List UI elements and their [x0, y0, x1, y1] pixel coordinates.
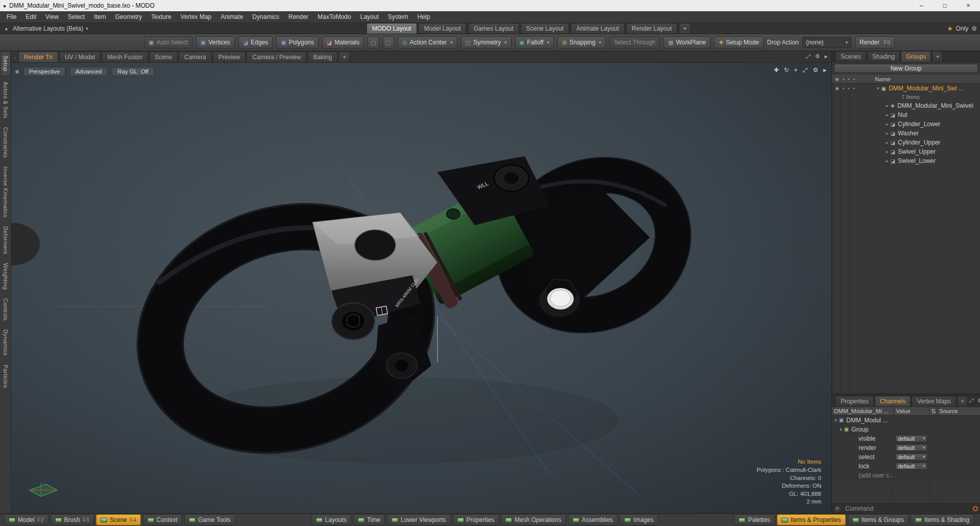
menu-edit[interactable]: Edit: [21, 12, 41, 22]
sidetab-weighting[interactable]: Weighting: [3, 263, 9, 290]
select-value-dropdown[interactable]: default ▾: [895, 453, 927, 461]
expand-panel-icon[interactable]: ⤢: [806, 53, 811, 60]
add-user-channel-label[interactable]: (add user c...: [859, 472, 893, 479]
properties-button[interactable]: Properties: [453, 514, 499, 525]
model-layout-button[interactable]: Model F2: [4, 514, 48, 525]
menu-dynamics[interactable]: Dynamics: [248, 12, 284, 22]
lock-column-icon[interactable]: ▪: [848, 77, 849, 82]
menu-file[interactable]: File: [2, 12, 21, 22]
channel-row-root[interactable]: ▾ ▣ DMM_Modul ...: [832, 416, 980, 425]
item-label[interactable]: DMM_Modular_Mini_Swivel: [897, 102, 973, 109]
tree-row-group-root[interactable]: ◉ ▪ ▪ ▪ ▾ ▣ DMM_Modular_Mini_Swi ...: [832, 84, 980, 93]
gear-icon[interactable]: ⚙: [971, 25, 977, 32]
tree-row-item[interactable]: ▸ ◪ Swivel_Lower: [832, 156, 980, 165]
filter-column-icon[interactable]: ▪: [853, 77, 854, 82]
tree-row-item[interactable]: ▸ ◪ Cylinder_Lower: [832, 119, 980, 129]
tab-groups[interactable]: Groups: [901, 51, 931, 62]
lower-viewports-button[interactable]: Lower Viewports: [387, 514, 451, 525]
only-toggle-label[interactable]: Only: [956, 25, 969, 32]
brush-layout-button[interactable]: Brush F3: [51, 514, 94, 525]
close-button[interactable]: ×: [957, 0, 980, 11]
polygons-mode-button[interactable]: ▣ Polygons: [276, 36, 318, 49]
viewport-flyout-icon[interactable]: ▸: [823, 66, 826, 74]
expand-panel-icon[interactable]: ⤢: [969, 397, 973, 404]
menu-view[interactable]: View: [41, 12, 63, 22]
tab-channels[interactable]: Channels: [875, 396, 911, 407]
channel-row-add-user[interactable]: (add user c...: [832, 471, 980, 480]
expand-arrow-icon[interactable]: ▸: [886, 131, 889, 136]
falloff-button[interactable]: ◉ Falloff ▾: [515, 36, 554, 49]
vptab-mesh-fusion[interactable]: Mesh Fusion: [102, 52, 148, 62]
item-label[interactable]: Cylinder_Upper: [898, 139, 940, 146]
menu-texture[interactable]: Texture: [146, 12, 176, 22]
assemblies-button[interactable]: Assemblies: [568, 514, 618, 525]
items-properties-button[interactable]: Items & Properties: [777, 514, 846, 525]
visibility-column-icon[interactable]: ◉: [835, 77, 839, 82]
sidetab-particles[interactable]: Particles: [3, 365, 9, 388]
visible-value-dropdown[interactable]: default ▾: [895, 435, 927, 442]
expand-arrow-icon[interactable]: ▸: [886, 158, 889, 163]
action-center-button[interactable]: ◎ Action Center ▾: [398, 36, 457, 49]
context-layout-button[interactable]: Context: [143, 514, 182, 525]
item-label[interactable]: Cylinder_Lower: [898, 121, 940, 128]
tab-shading[interactable]: Shading: [867, 51, 900, 62]
item-label[interactable]: Swivel_Upper: [898, 148, 936, 155]
play-icon[interactable]: ▸: [824, 53, 827, 60]
workplane-button[interactable]: ▦ WorkPlane: [664, 36, 710, 49]
select-through-button[interactable]: Select Through: [609, 36, 660, 49]
add-viewport-tab-button[interactable]: +: [338, 52, 350, 62]
scene-layout-button[interactable]: Scene F4: [96, 514, 141, 525]
star-icon[interactable]: ★: [947, 25, 953, 32]
maximize-viewport-icon[interactable]: ⤢: [803, 66, 808, 74]
maximize-button[interactable]: □: [933, 0, 957, 11]
sidetab-inverse-kinematics[interactable]: Inverse Kinematics: [3, 166, 9, 218]
menu-render[interactable]: Render: [284, 12, 313, 22]
gear-icon[interactable]: ⚙: [977, 397, 980, 404]
group-root-label[interactable]: DMM_Modular_Mini_Swi ...: [889, 85, 964, 92]
tab-animate-layout[interactable]: Animate Layout: [571, 23, 624, 34]
time-button[interactable]: Time: [353, 514, 385, 525]
edges-mode-button[interactable]: ◪ Edges: [238, 36, 273, 49]
new-group-button[interactable]: New Group: [834, 64, 978, 73]
orbit-icon[interactable]: ↻: [784, 66, 789, 74]
menu-help[interactable]: Help: [413, 12, 435, 22]
game-view-toggle[interactable]: ▢: [383, 36, 394, 49]
vptab-render-tri[interactable]: Render Tri: [18, 52, 58, 62]
layouts-button[interactable]: Layouts: [311, 514, 351, 525]
sidetab-actors-sets[interactable]: Actors & Sets: [3, 82, 9, 118]
add-panel-tab-button[interactable]: +: [932, 51, 943, 62]
sidetab-setup[interactable]: Setup: [2, 53, 10, 75]
sidetab-controls[interactable]: Controls: [3, 298, 9, 321]
item-label[interactable]: Nut: [898, 111, 908, 118]
auto-select-button[interactable]: ▣ Auto Select: [144, 36, 192, 49]
menu-item[interactable]: Item: [89, 12, 110, 22]
items-groups-button[interactable]: Items & Groups: [848, 514, 909, 525]
item-label[interactable]: Washer: [898, 130, 919, 137]
tab-model-layout[interactable]: Model Layout: [419, 23, 467, 34]
snapping-button[interactable]: ⊞ Snapping ▾: [557, 36, 605, 49]
item-label[interactable]: Swivel_Lower: [898, 157, 936, 164]
sidetab-dynamics[interactable]: Dynamics: [3, 329, 9, 356]
tab-properties[interactable]: Properties: [836, 396, 874, 407]
lock-toggle-icon[interactable]: ▪: [848, 86, 849, 91]
3d-viewport[interactable]: WLL 1Nm: [11, 63, 831, 513]
lock-value-dropdown[interactable]: default ▾: [895, 463, 927, 470]
visibility-eye-icon[interactable]: ◉: [835, 86, 839, 91]
perspective-button[interactable]: Perspective: [23, 67, 65, 76]
sidetab-constraints[interactable]: Constraints: [3, 127, 9, 158]
channel-row-group[interactable]: ▾ ▣ Group: [832, 425, 980, 434]
tab-scenes[interactable]: Scenes: [836, 51, 866, 62]
render-column-icon[interactable]: ▪: [843, 77, 844, 82]
filter-toggle-icon[interactable]: ▪: [853, 86, 854, 91]
expand-arrow-icon[interactable]: ▸: [886, 149, 889, 154]
images-button[interactable]: Images: [620, 514, 658, 525]
expand-arrow-icon[interactable]: ▸: [886, 112, 889, 117]
game-tools-button[interactable]: Game Tools: [184, 514, 235, 525]
tree-row-item[interactable]: ▸ ◪ Cylinder_Upper: [832, 138, 980, 147]
tab-games-layout[interactable]: Games Layout: [468, 23, 519, 34]
viewport-menu-dot-icon[interactable]: [15, 70, 19, 74]
menu-maxtomodo[interactable]: MaxToModo: [313, 12, 355, 22]
tree-row-item[interactable]: ▸ ◪ Swivel_Upper: [832, 147, 980, 156]
tab-modo-layout[interactable]: MODO Layout: [366, 23, 417, 34]
vptab-uv-model[interactable]: UV / Model: [59, 52, 101, 62]
